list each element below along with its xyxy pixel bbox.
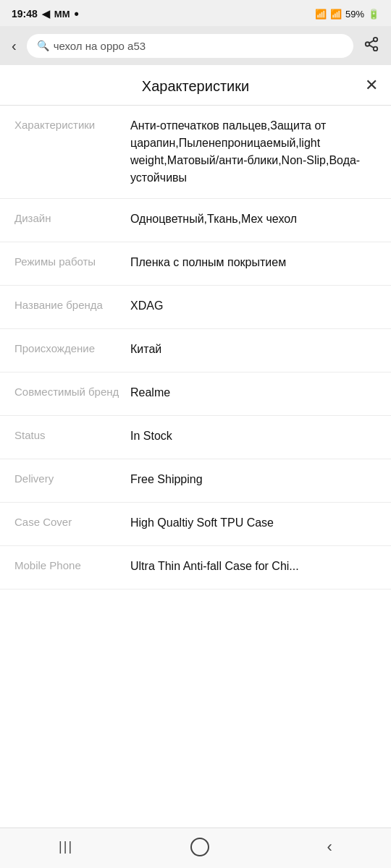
search-icon: 🔍 — [37, 40, 49, 51]
spec-label: Режимы работы — [14, 254, 130, 269]
spec-row: Mobile PhoneUltra Thin Anti-fall Case fo… — [0, 546, 391, 590]
spec-value: Realme — [130, 384, 377, 401]
spec-row: ПроисхождениеКитай — [0, 329, 391, 373]
wifi-icon: 📶 — [315, 9, 327, 20]
spec-row: Совместимый брендRealme — [0, 373, 391, 416]
spec-label: Mobile Phone — [14, 558, 130, 573]
battery-icon: 🔋 — [368, 9, 379, 20]
status-dot: • — [74, 7, 78, 22]
back-button[interactable]: ‹ — [9, 35, 20, 57]
home-icon — [190, 838, 209, 856]
status-mm-icon: MM — [54, 9, 70, 20]
svg-line-3 — [369, 45, 374, 48]
spec-value: Анти-отпечатков пальцев,Защита от царапи… — [130, 117, 377, 187]
spec-row: Режимы работыПленка с полным покрытием — [0, 242, 391, 286]
spec-value: High Qualtiy Soft TPU Case — [130, 514, 377, 532]
spec-value: Пленка с полным покрытием — [130, 254, 377, 271]
spec-row: Название брендаXDAG — [0, 286, 391, 329]
spec-label: Название бренда — [14, 297, 130, 312]
spec-label: Происхождение — [14, 341, 130, 356]
back-icon: ‹ — [327, 838, 332, 856]
search-text: чехол на oppo a53 — [54, 40, 146, 52]
status-time-area: 19:48 ◀ MM • — [12, 7, 79, 22]
status-right-area: 📶 📶 59% 🔋 — [315, 9, 379, 20]
share-button[interactable] — [361, 33, 382, 59]
nav-bar: ‹ 🔍 чехол на oppo a53 — [0, 26, 391, 65]
spec-label: Характеристики — [14, 117, 130, 132]
spec-value: Ultra Thin Anti-fall Case for Chi... — [130, 558, 377, 575]
nav-home-button[interactable] — [190, 838, 209, 856]
spec-modal: Характеристики ✕ ХарактеристикиАнти-отпе… — [0, 65, 391, 827]
spec-value: Китай — [130, 341, 377, 358]
spec-value: Одноцветный,Ткань,Мех чехол — [130, 210, 377, 228]
spec-label: Status — [14, 427, 130, 443]
signal-icon: 📶 — [330, 9, 342, 20]
bottom-nav: ||| ‹ — [0, 827, 391, 868]
svg-line-4 — [369, 40, 374, 43]
status-time: 19:48 — [12, 8, 38, 20]
spec-label: Дизайн — [14, 210, 130, 226]
spec-row: DeliveryFree Shipping — [0, 459, 391, 503]
spec-list: ХарактеристикиАнти-отпечатков пальцев,За… — [0, 106, 391, 827]
spec-value: In Stock — [130, 427, 377, 445]
nav-back-button[interactable]: ‹ — [327, 838, 332, 856]
modal-title: Характеристики — [142, 78, 249, 95]
spec-label: Case Cover — [14, 514, 130, 529]
modal-header: Характеристики ✕ — [0, 65, 391, 106]
close-button[interactable]: ✕ — [365, 77, 378, 93]
nav-menu-button[interactable]: ||| — [59, 839, 73, 854]
status-bar: 19:48 ◀ MM • 📶 📶 59% 🔋 — [0, 0, 391, 26]
search-box[interactable]: 🔍 чехол на oppo a53 — [27, 34, 353, 58]
battery-text: 59% — [345, 9, 364, 20]
spec-label: Совместимый бренд — [14, 384, 130, 399]
spec-value: XDAG — [130, 297, 377, 315]
spec-label: Delivery — [14, 471, 130, 486]
spec-row: ХарактеристикиАнти-отпечатков пальцев,За… — [0, 106, 391, 199]
spec-row: Case CoverHigh Qualtiy Soft TPU Case — [0, 503, 391, 546]
status-signal-icon: ◀ — [42, 8, 50, 20]
menu-icon: ||| — [59, 839, 73, 854]
spec-row: StatusIn Stock — [0, 416, 391, 459]
spec-row: ДизайнОдноцветный,Ткань,Мех чехол — [0, 199, 391, 242]
spec-value: Free Shipping — [130, 471, 377, 488]
